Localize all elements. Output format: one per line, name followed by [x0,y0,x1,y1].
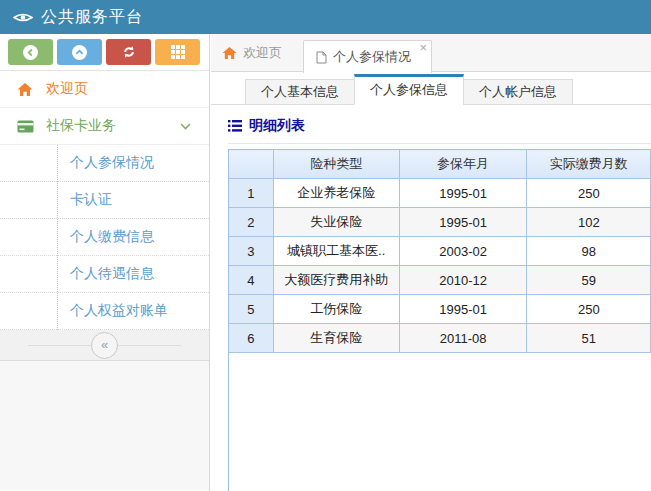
cell-row-number: 6 [229,324,273,353]
cell-insurance-type: 失业保险 [273,208,399,237]
sidebar-item-canbao[interactable]: 个人参保情况 [0,145,209,182]
tab-label: 欢迎页 [243,44,282,62]
subtab-label: 个人帐户信息 [479,84,557,99]
cell-enroll-month: 1995-01 [399,179,526,208]
collapse-sidebar-button[interactable]: « [91,332,118,359]
cell-row-number: 3 [229,237,273,266]
sub-item-label: 个人待遇信息 [70,265,154,283]
sidebar-item-label: 欢迎页 [46,80,88,98]
cell-paid-months: 59 [527,266,651,295]
table-row[interactable]: 3 城镇职工基本医.. 2003-02 98 电 [229,237,651,266]
insurance-table: 险种类型 参保年月 实际缴费月数 1 企业养老保险 1995-01 250 电 [229,149,651,353]
section-separator [228,143,651,144]
sidebar-group-label: 社保卡业务 [46,117,116,135]
col-header-count: 实际缴费月数 [527,150,651,179]
sidebar-item-quanyi[interactable]: 个人权益对账单 [0,293,209,330]
table-row[interactable]: 6 生育保险 2011-08 51 电 [229,324,651,353]
cell-paid-months: 102 [527,208,651,237]
main-area: 欢迎页 个人参保情况 × 个人基本信息 个人参保信息 个人帐户信息 [211,34,651,491]
cell-enroll-month: 2003-02 [399,237,526,266]
refresh-icon [122,45,136,59]
col-header-month: 参保年月 [399,150,526,179]
sidebar-item-daiyu[interactable]: 个人待遇信息 [0,256,209,293]
cell-enroll-month: 1995-01 [399,208,526,237]
cell-insurance-type: 企业养老保险 [273,179,399,208]
up-button[interactable] [57,39,102,65]
cell-insurance-type: 大额医疗费用补助 [273,266,399,295]
tab-basic-info[interactable]: 个人基本信息 [245,79,355,105]
sidebar-item-jiaofei[interactable]: 个人缴费信息 [0,219,209,256]
sidebar: 欢迎页 社保卡业务 个人参保情况 卡认证 个人缴费信息 个人待遇信息 [0,34,210,491]
app-header: 公共服务平台 [0,0,651,34]
chevron-down-icon [180,123,191,130]
sidebar-collapse-bar: « [0,330,209,361]
table-header-row: 险种类型 参保年月 实际缴费月数 [229,150,651,179]
tab-label: 个人参保情况 [333,48,411,66]
table-row[interactable]: 1 企业养老保险 1995-01 250 电 [229,179,651,208]
grid-icon [171,45,185,59]
cell-insurance-type: 城镇职工基本医.. [273,237,399,266]
cell-paid-months: 250 [527,295,651,324]
subtab-label: 个人参保信息 [370,82,448,97]
cell-row-number: 4 [229,266,273,295]
sub-item-label: 卡认证 [70,191,112,209]
chevron-up-circle-icon [72,45,87,60]
section-title-text: 明细列表 [249,117,305,135]
sub-item-label: 个人权益对账单 [70,302,168,320]
tab-canbao-active[interactable]: 个人参保情况 × [303,40,432,73]
app-title: 公共服务平台 [41,7,143,28]
detail-list-header: 明细列表 [228,117,651,135]
sidebar-footer-area [0,361,209,490]
sub-item-label: 个人缴费信息 [70,228,154,246]
sidebar-item-welcome[interactable]: 欢迎页 [0,71,209,108]
col-header-type: 险种类型 [273,150,399,179]
cell-enroll-month: 2010-12 [399,266,526,295]
sidebar-submenu: 个人参保情况 卡认证 个人缴费信息 个人待遇信息 个人权益对账单 [0,145,209,330]
cell-insurance-type: 生育保险 [273,324,399,353]
cell-row-number: 2 [229,208,273,237]
home-icon [17,82,34,97]
table-row[interactable]: 5 工伤保险 1995-01 250 电 [229,295,651,324]
sidebar-item-karenzheng[interactable]: 卡认证 [0,182,209,219]
back-button[interactable] [8,39,53,65]
file-icon [316,51,327,64]
sub-item-label: 个人参保情况 [70,154,154,172]
card-icon [17,120,34,133]
eye-icon [13,11,33,24]
tab-bar: 欢迎页 个人参保情况 × [211,34,651,72]
cell-row-number: 1 [229,179,273,208]
tab-canbao-info[interactable]: 个人参保信息 [354,74,464,105]
chevron-left-circle-icon [23,45,38,60]
list-icon [228,120,242,132]
app-window: 公共服务平台 [0,0,651,491]
subtab-label: 个人基本信息 [261,84,339,99]
col-header-index [229,150,273,179]
tab-welcome[interactable]: 欢迎页 [222,34,282,72]
sidebar-toolbar [0,34,209,71]
refresh-button[interactable] [106,39,151,65]
cell-paid-months: 250 [527,179,651,208]
close-icon[interactable]: × [419,41,427,55]
cell-enroll-month: 1995-01 [399,295,526,324]
cell-row-number: 5 [229,295,273,324]
grid-button[interactable] [155,39,200,65]
cell-insurance-type: 工伤保险 [273,295,399,324]
sidebar-group-shebaoka[interactable]: 社保卡业务 [0,108,209,145]
table-row[interactable]: 2 失业保险 1995-01 102 [229,208,651,237]
table-row[interactable]: 4 大额医疗费用补助 2010-12 59 电 [229,266,651,295]
datagrid-panel: 险种类型 参保年月 实际缴费月数 1 企业养老保险 1995-01 250 电 [228,149,651,491]
cell-paid-months: 51 [527,324,651,353]
subtab-bar: 个人基本信息 个人参保信息 个人帐户信息 [211,74,651,105]
cell-enroll-month: 2011-08 [399,324,526,353]
home-icon [222,46,237,60]
tab-account-info[interactable]: 个人帐户信息 [463,79,573,105]
cell-paid-months: 98 [527,237,651,266]
